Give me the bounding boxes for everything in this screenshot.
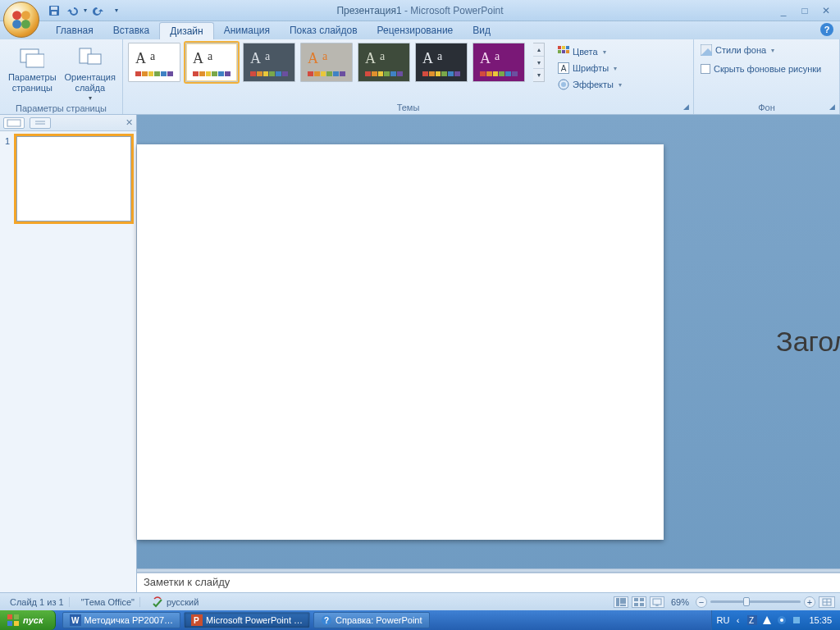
- svg-rect-26: [634, 598, 638, 601]
- svg-rect-10: [88, 54, 101, 64]
- svg-rect-8: [26, 54, 44, 67]
- restore-button[interactable]: □: [797, 5, 812, 16]
- taskbar-item-1[interactable]: PMicrosoft PowerPoint …: [184, 612, 310, 628]
- svg-rect-46: [793, 617, 800, 623]
- theme-gallery-expand[interactable]: ▾: [533, 69, 544, 81]
- svg-text:W: W: [71, 616, 80, 625]
- theme-thumb-4[interactable]: Aa: [358, 43, 410, 82]
- panel-close-icon[interactable]: ✕: [126, 117, 133, 128]
- tray-language[interactable]: RU: [717, 614, 728, 626]
- svg-rect-13: [566, 46, 569, 49]
- office-button[interactable]: [3, 2, 39, 38]
- svg-point-3: [21, 20, 30, 29]
- svg-text:P: P: [194, 616, 199, 625]
- theme-thumb-5[interactable]: Aa: [415, 43, 468, 82]
- svg-rect-27: [640, 598, 644, 601]
- status-language[interactable]: русский: [147, 596, 203, 608]
- taskbar-item-0[interactable]: WМетодичка PP2007…: [62, 612, 181, 628]
- ribbon-tab-2[interactable]: Дизайн: [159, 22, 213, 39]
- sorter-view-button[interactable]: [632, 596, 646, 608]
- minimize-button[interactable]: _: [776, 5, 791, 16]
- title-placeholder[interactable]: Заголовок слайда: [664, 297, 840, 387]
- theme-gallery[interactable]: AaAaAaAaAaAaAa: [128, 43, 530, 82]
- group-label-background: Фон◢: [694, 101, 839, 114]
- theme-thumb-0[interactable]: Aa: [128, 43, 180, 82]
- theme-thumb-3[interactable]: Aa: [300, 43, 353, 82]
- theme-thumb-1[interactable]: Aa: [185, 43, 238, 82]
- fit-to-window-button[interactable]: [819, 596, 835, 608]
- checkbox-icon: [701, 64, 710, 74]
- slide-panel-tabs: ✕: [0, 115, 136, 131]
- help-icon[interactable]: ?: [820, 23, 833, 36]
- slides-tab[interactable]: [3, 117, 25, 129]
- svg-rect-34: [7, 621, 12, 626]
- tray-icon-2[interactable]: [761, 614, 773, 626]
- svg-rect-16: [566, 50, 569, 53]
- tray-icon-3[interactable]: [791, 614, 802, 626]
- group-label-page-setup: Параметры страницы: [0, 102, 122, 115]
- orientation-icon: [77, 44, 103, 71]
- ribbon-tab-6[interactable]: Вид: [463, 22, 500, 39]
- hide-background-label: Скрыть фоновые рисунки: [714, 64, 821, 74]
- status-theme: "Тема Office": [76, 597, 140, 607]
- theme-gallery-scroll[interactable]: ▴ ▾ ▾: [533, 43, 545, 82]
- hide-background-checkbox[interactable]: Скрыть фоновые рисунки: [699, 62, 823, 75]
- background-launcher-icon[interactable]: ◢: [828, 103, 836, 111]
- close-button[interactable]: ✕: [819, 5, 833, 16]
- background-styles-button[interactable]: Стили фона▾: [699, 43, 776, 57]
- zoom-out-button[interactable]: −: [696, 596, 707, 608]
- theme-scroll-up[interactable]: ▴: [533, 43, 544, 57]
- notes-pane[interactable]: Заметки к слайду: [137, 573, 840, 592]
- notes-placeholder-text: Заметки к слайду: [144, 576, 230, 588]
- theme-thumb-6[interactable]: Aa: [472, 43, 525, 82]
- tray-icon-1[interactable]: Z: [746, 614, 758, 626]
- taskbar-item-2[interactable]: ?Справка: PowerPoint: [313, 612, 430, 628]
- svg-rect-20: [7, 120, 21, 126]
- svg-point-2: [12, 20, 21, 29]
- group-label-themes: Темы◢: [123, 101, 693, 114]
- status-language-label: русский: [167, 597, 199, 607]
- slideshow-view-button[interactable]: [650, 596, 664, 608]
- undo-button[interactable]: [64, 2, 80, 19]
- theme-effects-button[interactable]: Эффекты▾: [555, 77, 625, 92]
- slide-thumbnail-canvas[interactable]: [16, 136, 131, 221]
- svg-rect-5: [51, 7, 57, 10]
- theme-colors-button[interactable]: Цвета▾: [555, 44, 625, 59]
- ribbon-tab-0[interactable]: Главная: [46, 22, 103, 39]
- slide-canvas[interactable]: [137, 144, 664, 540]
- svg-rect-32: [7, 614, 12, 619]
- ribbon-tab-1[interactable]: Вставка: [103, 22, 160, 39]
- svg-point-18: [561, 82, 566, 87]
- theme-fonts-button[interactable]: A Шрифты▾: [555, 61, 625, 75]
- title-bar: ▾ ▾ Презентация1 - Microsoft PowerPoint …: [0, 0, 840, 21]
- tray-volume-icon[interactable]: [776, 614, 788, 626]
- page-setup-button[interactable]: Параметры страницы: [5, 43, 60, 93]
- outline-tab[interactable]: [30, 117, 51, 129]
- redo-button[interactable]: [90, 2, 107, 19]
- undo-dropdown[interactable]: ▾: [82, 2, 89, 19]
- normal-view-button[interactable]: [614, 596, 628, 608]
- save-button[interactable]: [46, 2, 62, 19]
- theme-scroll-down[interactable]: ▾: [533, 57, 544, 70]
- theme-thumb-2[interactable]: Aa: [243, 43, 295, 82]
- zoom-slider-thumb[interactable]: [743, 597, 750, 606]
- zoom-slider[interactable]: [710, 600, 801, 603]
- tray-chevron-icon[interactable]: ‹: [732, 614, 743, 626]
- zoom-in-button[interactable]: +: [804, 596, 815, 608]
- slide-thumbnail-1[interactable]: 1: [5, 136, 131, 221]
- qat-customize-dropdown[interactable]: ▾: [108, 2, 125, 19]
- svg-text:?: ?: [324, 616, 329, 625]
- slide-orientation-button[interactable]: Ориентация слайда▾: [63, 43, 118, 102]
- zoom-value[interactable]: 69%: [668, 597, 692, 607]
- background-styles-label: Стили фона: [715, 45, 766, 55]
- page-setup-icon: [19, 44, 45, 71]
- window-title: Презентация1 - Microsoft PowerPoint: [0, 5, 840, 16]
- ribbon-tab-4[interactable]: Показ слайдов: [280, 22, 368, 39]
- ribbon-tab-3[interactable]: Анимация: [214, 22, 280, 39]
- themes-launcher-icon[interactable]: ◢: [682, 103, 690, 111]
- start-button[interactable]: пуск: [0, 610, 56, 630]
- ribbon-tab-5[interactable]: Рецензирование: [368, 22, 463, 39]
- taskbar-item-icon: W: [70, 614, 81, 626]
- theme-effects-label: Эффекты: [573, 80, 614, 89]
- tray-clock[interactable]: 15:35: [806, 615, 835, 625]
